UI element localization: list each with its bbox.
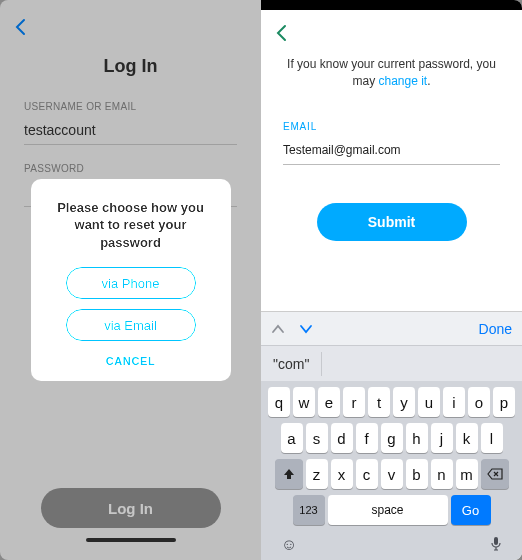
dictation-icon[interactable]: [490, 536, 502, 554]
via-email-button[interactable]: via Email: [66, 309, 196, 341]
submit-area: Submit: [261, 203, 522, 241]
submit-button[interactable]: Submit: [317, 203, 467, 241]
email-label: EMAIL: [283, 121, 500, 132]
key-s[interactable]: s: [306, 423, 328, 453]
prev-field-icon[interactable]: [271, 322, 285, 336]
key-row-1: qwertyuiop: [264, 387, 519, 417]
key-k[interactable]: k: [456, 423, 478, 453]
key-l[interactable]: l: [481, 423, 503, 453]
back-icon[interactable]: [275, 24, 508, 42]
key-w[interactable]: w: [293, 387, 315, 417]
cancel-button[interactable]: CANCEL: [106, 355, 155, 367]
keyboard-keys: qwertyuiop asdfghjkl zxcvbnm 123 space G…: [261, 381, 522, 532]
key-i[interactable]: i: [443, 387, 465, 417]
email-form: EMAIL: [261, 91, 522, 165]
key-y[interactable]: y: [393, 387, 415, 417]
change-it-link[interactable]: change it: [378, 74, 427, 88]
dialog-title: Please choose how you want to reset your…: [45, 199, 217, 252]
key-p[interactable]: p: [493, 387, 515, 417]
via-phone-button[interactable]: via Phone: [66, 267, 196, 299]
username-label: USERNAME OR EMAIL: [24, 101, 237, 112]
password-label: PASSWORD: [24, 163, 237, 174]
key-q[interactable]: q: [268, 387, 290, 417]
svg-rect-0: [494, 537, 498, 545]
key-v[interactable]: v: [381, 459, 403, 489]
key-x[interactable]: x: [331, 459, 353, 489]
keyboard-nav-arrows: [271, 322, 313, 336]
email-input[interactable]: [283, 143, 500, 165]
key-row-2: asdfghjkl: [264, 423, 519, 453]
home-indicator: [86, 538, 176, 542]
space-key[interactable]: space: [328, 495, 448, 525]
key-h[interactable]: h: [406, 423, 428, 453]
numeric-key[interactable]: 123: [293, 495, 325, 525]
keyboard-footer: ☺: [261, 532, 522, 560]
keyboard-toolbar: Done: [261, 311, 522, 345]
key-r[interactable]: r: [343, 387, 365, 417]
key-t[interactable]: t: [368, 387, 390, 417]
backspace-key[interactable]: [481, 459, 509, 489]
keyboard: Done "com" qwertyuiop asdfghjkl zxcvbnm …: [261, 311, 522, 560]
key-d[interactable]: d: [331, 423, 353, 453]
page-title: Log In: [0, 56, 261, 77]
key-e[interactable]: e: [318, 387, 340, 417]
go-key[interactable]: Go: [451, 495, 491, 525]
suggestion-item[interactable]: "com": [261, 352, 322, 376]
key-row-3: zxcvbnm: [264, 459, 519, 489]
status-bar: [261, 0, 522, 10]
key-o[interactable]: o: [468, 387, 490, 417]
shift-key[interactable]: [275, 459, 303, 489]
key-f[interactable]: f: [356, 423, 378, 453]
emoji-icon[interactable]: ☺: [281, 536, 297, 554]
key-z[interactable]: z: [306, 459, 328, 489]
key-j[interactable]: j: [431, 423, 453, 453]
login-footer: Log In: [0, 488, 261, 542]
info-text: If you know your current password, you m…: [261, 42, 522, 91]
keyboard-done-button[interactable]: Done: [479, 321, 512, 337]
key-b[interactable]: b: [406, 459, 428, 489]
next-field-icon[interactable]: [299, 322, 313, 336]
keyboard-suggestions: "com": [261, 345, 522, 381]
key-m[interactable]: m: [456, 459, 478, 489]
key-u[interactable]: u: [418, 387, 440, 417]
key-a[interactable]: a: [281, 423, 303, 453]
key-g[interactable]: g: [381, 423, 403, 453]
login-button[interactable]: Log In: [41, 488, 221, 528]
username-input[interactable]: [24, 118, 237, 145]
reset-password-dialog: Please choose how you want to reset your…: [31, 179, 231, 382]
reset-email-screen: If you know your current password, you m…: [261, 0, 522, 560]
back-icon[interactable]: [14, 18, 247, 36]
login-header: [0, 0, 261, 36]
reset-header: [261, 10, 522, 42]
key-n[interactable]: n: [431, 459, 453, 489]
key-c[interactable]: c: [356, 459, 378, 489]
key-row-4: 123 space Go: [264, 495, 519, 525]
info-text-post: .: [427, 74, 430, 88]
